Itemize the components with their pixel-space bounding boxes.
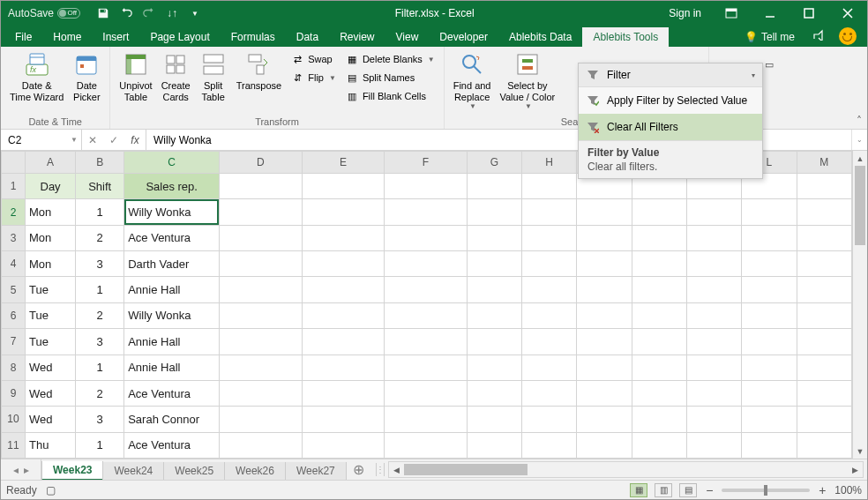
- sheet-split-grip[interactable]: ⋮: [376, 463, 385, 476]
- cell[interactable]: [385, 277, 467, 302]
- scrollbar-thumb-vertical[interactable]: [855, 166, 865, 245]
- cell[interactable]: [467, 380, 521, 406]
- tab-developer[interactable]: Developer: [429, 27, 498, 47]
- cell[interactable]: [220, 199, 302, 225]
- cell[interactable]: Tue: [26, 302, 76, 328]
- cell[interactable]: [686, 302, 741, 328]
- tab-home[interactable]: Home: [42, 27, 92, 47]
- cell[interactable]: [686, 407, 741, 432]
- cell[interactable]: [302, 277, 384, 302]
- select-all-corner[interactable]: [2, 152, 26, 174]
- cell[interactable]: [742, 432, 797, 458]
- cell[interactable]: [577, 199, 632, 225]
- cell[interactable]: Willy Wonka: [124, 302, 220, 328]
- tab-data[interactable]: Data: [286, 27, 329, 47]
- zoom-slider[interactable]: [722, 489, 810, 492]
- spreadsheet-grid[interactable]: ABCDEFGHIJKLM 1DayShiftSales rep.2Mon1Wi…: [1, 151, 852, 459]
- cell[interactable]: [220, 354, 302, 380]
- tab-file[interactable]: File: [4, 27, 42, 47]
- cancel-entry-icon[interactable]: ✕: [82, 134, 103, 146]
- cell[interactable]: [632, 225, 686, 250]
- unpivot-table-button[interactable]: Unpivot Table: [116, 49, 155, 104]
- cell[interactable]: [686, 277, 741, 302]
- cell[interactable]: [577, 302, 632, 328]
- cell[interactable]: [302, 380, 384, 406]
- cell[interactable]: Tue: [26, 277, 76, 302]
- cell[interactable]: [742, 251, 797, 277]
- date-picker-button[interactable]: Date Picker: [69, 49, 104, 104]
- fill-blank-cells-button[interactable]: ▥Fill Blank Cells: [341, 87, 438, 105]
- cell[interactable]: [632, 199, 686, 225]
- cell[interactable]: [220, 380, 302, 406]
- cell[interactable]: Ace Ventura: [124, 432, 220, 458]
- cell[interactable]: [302, 199, 384, 225]
- cell[interactable]: [686, 380, 741, 406]
- cell[interactable]: 1: [76, 432, 124, 458]
- cell[interactable]: Annie Hall: [124, 329, 220, 354]
- cell[interactable]: [385, 302, 467, 328]
- cell[interactable]: 1: [76, 277, 124, 302]
- minimize-icon[interactable]: [751, 1, 789, 26]
- tab-ablebits-data[interactable]: Ablebits Data: [498, 27, 582, 47]
- cell[interactable]: [521, 174, 576, 199]
- cell[interactable]: 3: [76, 329, 124, 354]
- cell[interactable]: [577, 225, 632, 250]
- col-header-F[interactable]: F: [385, 152, 467, 174]
- view-page-break-icon[interactable]: ▤: [679, 483, 697, 497]
- zoom-out-button[interactable]: −: [704, 483, 715, 497]
- cell[interactable]: [521, 251, 576, 277]
- cell[interactable]: [467, 277, 521, 302]
- sheet-tab-week23[interactable]: Week23: [41, 461, 103, 481]
- row-header[interactable]: 9: [2, 380, 26, 406]
- sheet-tab-week24[interactable]: Week24: [102, 462, 164, 481]
- sheet-tab-week25[interactable]: Week25: [163, 462, 225, 481]
- cell[interactable]: [302, 329, 384, 354]
- cell[interactable]: Wed: [26, 354, 76, 380]
- tab-review[interactable]: Review: [329, 27, 385, 47]
- cell[interactable]: [385, 225, 467, 250]
- insert-function-icon[interactable]: fx: [124, 134, 146, 146]
- cell[interactable]: [467, 302, 521, 328]
- sheet-nav-buttons[interactable]: ◂▸: [1, 459, 41, 480]
- cell[interactable]: [742, 302, 797, 328]
- cell[interactable]: Mon: [26, 251, 76, 277]
- cell[interactable]: [577, 354, 632, 380]
- cell[interactable]: [521, 407, 576, 432]
- cell[interactable]: [742, 380, 797, 406]
- cell[interactable]: [467, 354, 521, 380]
- cell[interactable]: [686, 354, 741, 380]
- col-header-H[interactable]: H: [521, 152, 576, 174]
- cell[interactable]: Ace Ventura: [124, 225, 220, 250]
- zoom-level[interactable]: 100%: [834, 484, 862, 496]
- tab-page-layout[interactable]: Page Layout: [139, 27, 220, 47]
- cell[interactable]: [467, 432, 521, 458]
- autosave-toggle[interactable]: AutoSave Off: [1, 7, 87, 19]
- row-header[interactable]: 2: [2, 199, 26, 225]
- view-normal-icon[interactable]: ▦: [630, 483, 647, 497]
- cell[interactable]: [302, 174, 384, 199]
- cell[interactable]: [797, 302, 851, 328]
- cell[interactable]: [220, 432, 302, 458]
- cell[interactable]: [302, 407, 384, 432]
- cell[interactable]: [521, 225, 576, 250]
- cell[interactable]: Day: [26, 174, 76, 199]
- name-box[interactable]: C2 ▼: [1, 130, 82, 150]
- cell[interactable]: [302, 354, 384, 380]
- col-header-G[interactable]: G: [467, 152, 521, 174]
- cell[interactable]: [686, 199, 741, 225]
- cell[interactable]: [521, 277, 576, 302]
- row-header[interactable]: 11: [2, 432, 26, 458]
- cell[interactable]: [742, 225, 797, 250]
- cell[interactable]: Sales rep.: [124, 174, 220, 199]
- zoom-in-button[interactable]: +: [817, 483, 827, 497]
- cell[interactable]: [797, 407, 851, 432]
- cell[interactable]: Annie Hall: [124, 354, 220, 380]
- scrollbar-thumb-horizontal[interactable]: [404, 464, 528, 475]
- cell[interactable]: Shift: [76, 174, 124, 199]
- cell[interactable]: [742, 199, 797, 225]
- split-names-button[interactable]: ▤Split Names: [341, 69, 438, 86]
- cell[interactable]: [385, 174, 467, 199]
- share-button[interactable]: [804, 25, 835, 47]
- cell[interactable]: [467, 329, 521, 354]
- undo-icon[interactable]: [119, 6, 133, 20]
